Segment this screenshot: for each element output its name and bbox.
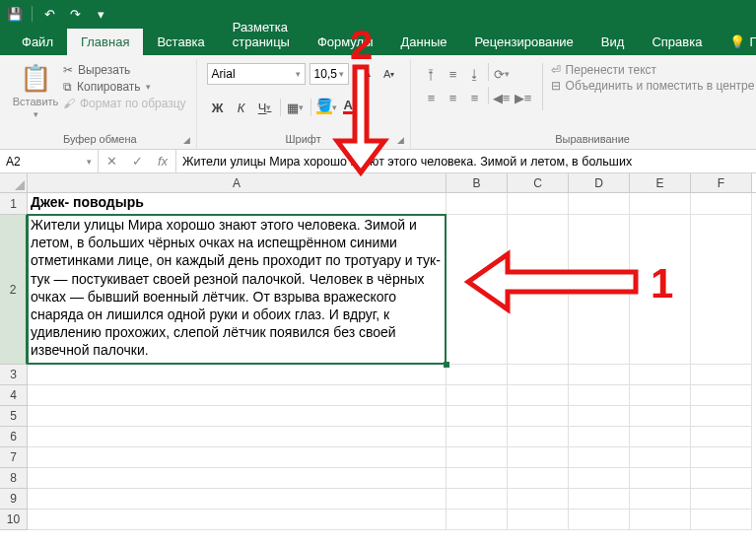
cell[interactable] [508,215,569,365]
cell[interactable] [569,215,630,365]
tab-view[interactable]: Вид [587,29,639,55]
qat-dropdown-icon[interactable]: ▾ [90,3,111,25]
orientation-button[interactable]: ⟳▾ [491,63,513,85]
cell[interactable] [508,468,569,489]
cell[interactable] [569,489,630,510]
cell[interactable] [691,385,752,406]
cell[interactable] [28,489,447,510]
row-header-1[interactable]: 1 [0,193,28,215]
cell[interactable] [630,365,691,385]
cell[interactable] [691,365,752,385]
cell[interactable] [28,447,447,468]
row-header-8[interactable]: 8 [0,468,28,489]
cell[interactable] [508,427,569,447]
col-header-A[interactable]: A [28,173,447,192]
row-header-6[interactable]: 6 [0,427,28,447]
cell[interactable] [28,385,447,406]
cell[interactable] [569,510,630,530]
row-header-4[interactable]: 4 [0,385,28,406]
align-middle-button[interactable]: ≡ [443,63,464,85]
tab-tellme[interactable]: 💡По [716,29,756,55]
cell[interactable] [508,510,569,530]
enter-button[interactable]: ✓ [124,151,150,172]
cell[interactable] [508,385,569,406]
row-header-7[interactable]: 7 [0,447,28,468]
format-painter-button[interactable]: 🖌Формат по образцу [63,97,186,110]
cell[interactable] [569,365,630,385]
tab-data[interactable]: Данные [387,29,461,55]
cell[interactable] [508,447,569,468]
cancel-button[interactable]: ✕ [99,151,124,172]
cell[interactable] [28,365,447,385]
increase-indent-button[interactable]: ▶≡ [513,87,534,108]
col-header-E[interactable]: E [630,173,691,192]
redo-icon[interactable]: ↷ [64,3,86,25]
fill-handle[interactable] [444,362,449,368]
cell[interactable] [630,385,691,406]
cell[interactable] [447,193,508,215]
col-header-C[interactable]: C [508,173,569,192]
cell[interactable] [508,193,569,215]
cell[interactable] [691,468,752,489]
tab-home[interactable]: Главная [67,29,143,55]
row-header-9[interactable]: 9 [0,489,28,510]
undo-icon[interactable]: ↶ [38,3,60,25]
bold-button[interactable]: Ж [207,97,229,118]
cell[interactable] [447,510,508,530]
paste-button[interactable]: 📋 Вставить▾ [14,63,57,119]
cell[interactable] [569,406,630,427]
cell[interactable] [28,468,447,489]
font-color-button[interactable]: A▾ [340,97,362,118]
merge-center-button[interactable]: ⊟Объединить и поместить в центре▾ [551,79,756,93]
cell[interactable] [447,385,508,406]
align-top-button[interactable]: ⭱ [421,63,443,85]
font-size-select[interactable]: 10,5▾ [309,63,349,85]
tab-insert[interactable]: Вставка [143,29,218,55]
cell[interactable] [28,510,447,530]
tab-file[interactable]: Файл [8,29,67,55]
cell[interactable] [691,510,752,530]
border-button[interactable]: ▦▾ [285,97,307,118]
save-icon[interactable]: 💾 [4,3,26,25]
row-header-3[interactable]: 3 [0,365,28,385]
cell[interactable] [630,193,691,215]
col-header-F[interactable]: F [691,173,752,192]
underline-button[interactable]: Ч▾ [254,97,276,118]
cell[interactable] [691,489,752,510]
cell[interactable] [630,489,691,510]
tab-formulas[interactable]: Формулы [304,29,387,55]
tab-page-layout[interactable]: Разметка страницы [219,14,304,55]
cell[interactable] [447,447,508,468]
cell[interactable] [447,427,508,447]
cell-A2[interactable]: Жители улицы Мира хорошо знают этого чел… [28,215,447,365]
fill-color-button[interactable]: 🪣▾ [315,97,338,118]
align-bottom-button[interactable]: ⭳ [464,63,486,85]
row-header-5[interactable]: 5 [0,406,28,427]
cell[interactable] [447,489,508,510]
cell[interactable] [508,406,569,427]
cell[interactable] [630,510,691,530]
select-all-corner[interactable] [0,173,28,192]
shrink-font-button[interactable]: A▾ [378,63,400,85]
col-header-B[interactable]: B [447,173,508,192]
cell[interactable] [691,215,752,365]
fx-button[interactable]: fx [150,151,175,172]
copy-button[interactable]: ⧉Копировать▾ [63,80,186,94]
font-name-select[interactable]: Arial▾ [207,63,306,85]
cell[interactable] [630,406,691,427]
align-center-button[interactable]: ≡ [443,87,464,108]
cell[interactable] [630,468,691,489]
cell[interactable] [28,406,447,427]
cell[interactable] [569,193,630,215]
cell[interactable] [28,427,447,447]
cell[interactable] [447,468,508,489]
cell[interactable] [630,427,691,447]
grow-font-button[interactable]: A▴ [353,63,375,85]
cell[interactable] [569,427,630,447]
row-header-2[interactable]: 2 [0,215,28,365]
cell[interactable] [630,447,691,468]
cut-button[interactable]: ✂Вырезать [63,63,186,77]
cell[interactable] [691,447,752,468]
col-header-D[interactable]: D [569,173,630,192]
cell[interactable] [508,489,569,510]
